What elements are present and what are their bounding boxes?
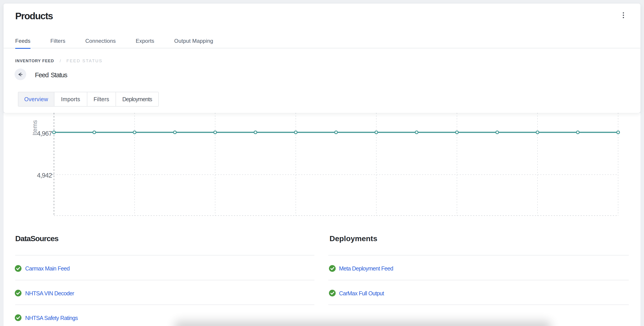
svg-text:Items: Items (31, 120, 38, 136)
svg-text:4,942: 4,942 (37, 172, 52, 179)
svg-text:4,967: 4,967 (37, 130, 52, 137)
